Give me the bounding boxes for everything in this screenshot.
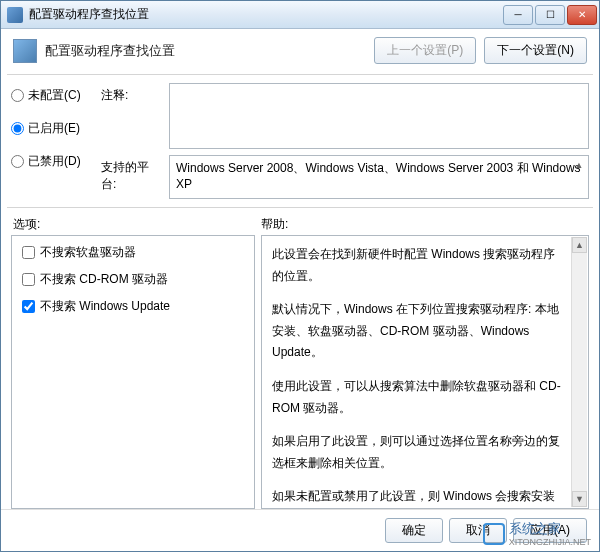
- ok-button[interactable]: 确定: [385, 518, 443, 543]
- radio-enabled-input[interactable]: [11, 122, 24, 135]
- close-button[interactable]: ✕: [567, 5, 597, 25]
- divider: [7, 207, 593, 208]
- help-scrollbar[interactable]: ▲ ▼: [571, 237, 587, 507]
- dialog-window: 配置驱动程序查找位置 ─ ☐ ✕ 配置驱动程序查找位置 上一个设置(P) 下一个…: [0, 0, 600, 552]
- scroll-up-icon[interactable]: ▲: [572, 237, 587, 253]
- help-p3: 使用此设置，可以从搜索算法中删除软盘驱动器和 CD-ROM 驱动器。: [272, 376, 564, 419]
- options-label: 选项:: [13, 216, 261, 233]
- radio-not-configured[interactable]: 未配置(C): [11, 87, 93, 104]
- divider: [7, 74, 593, 75]
- option-floppy[interactable]: 不搜索软盘驱动器: [22, 244, 244, 261]
- cancel-button[interactable]: 取消: [449, 518, 507, 543]
- app-icon: [7, 7, 23, 23]
- radio-enabled-label: 已启用(E): [28, 120, 80, 137]
- option-floppy-label: 不搜索软盘驱动器: [40, 244, 136, 261]
- platform-box: Windows Server 2008、Windows Vista、Window…: [169, 155, 589, 199]
- radio-not-configured-input[interactable]: [11, 89, 24, 102]
- option-cdrom-checkbox[interactable]: [22, 273, 35, 286]
- radio-disabled[interactable]: 已禁用(D): [11, 153, 93, 170]
- comment-row: 注释:: [101, 83, 589, 149]
- prev-setting-button[interactable]: 上一个设置(P): [374, 37, 476, 64]
- option-floppy-checkbox[interactable]: [22, 246, 35, 259]
- comment-label: 注释:: [101, 83, 163, 104]
- help-p4: 如果启用了此设置，则可以通过选择位置名称旁边的复选框来删除相关位置。: [272, 431, 564, 474]
- state-radio-group: 未配置(C) 已启用(E) 已禁用(D): [11, 83, 93, 199]
- window-title: 配置驱动程序查找位置: [29, 6, 501, 23]
- scrollbar-track[interactable]: [572, 253, 587, 491]
- help-p1: 此设置会在找到新硬件时配置 Windows 搜索驱动程序的位置。: [272, 244, 564, 287]
- minimize-button[interactable]: ─: [503, 5, 533, 25]
- help-p5: 如果未配置或禁用了此设置，则 Windows 会搜索安装位置、软盘驱动器和 CD…: [272, 486, 564, 509]
- radio-enabled[interactable]: 已启用(E): [11, 120, 93, 137]
- option-windows-update[interactable]: 不搜索 Windows Update: [22, 298, 244, 315]
- help-text: 此设置会在找到新硬件时配置 Windows 搜索驱动程序的位置。 默认情况下，W…: [272, 244, 578, 509]
- help-panel: 此设置会在找到新硬件时配置 Windows 搜索驱动程序的位置。 默认情况下，W…: [261, 235, 589, 509]
- policy-title: 配置驱动程序查找位置: [45, 42, 366, 60]
- comment-input[interactable]: [169, 83, 589, 149]
- platform-row: 支持的平台: Windows Server 2008、Windows Vista…: [101, 155, 589, 199]
- options-panel: 不搜索软盘驱动器 不搜索 CD-ROM 驱动器 不搜索 Windows Upda…: [11, 235, 255, 509]
- scroll-up-icon[interactable]: ▲: [572, 158, 586, 172]
- option-windows-update-label: 不搜索 Windows Update: [40, 298, 170, 315]
- platform-label: 支持的平台:: [101, 155, 163, 193]
- header-row: 配置驱动程序查找位置 上一个设置(P) 下一个设置(N): [1, 29, 599, 72]
- apply-button[interactable]: 应用(A): [513, 518, 587, 543]
- window-controls: ─ ☐ ✕: [501, 5, 597, 25]
- option-cdrom[interactable]: 不搜索 CD-ROM 驱动器: [22, 271, 244, 288]
- option-windows-update-checkbox[interactable]: [22, 300, 35, 313]
- maximize-button[interactable]: ☐: [535, 5, 565, 25]
- footer: 确定 取消 应用(A) 系统之家 XITONGZHIJIA.NET: [1, 509, 599, 551]
- radio-not-configured-label: 未配置(C): [28, 87, 81, 104]
- config-area: 未配置(C) 已启用(E) 已禁用(D) 注释: 支持的平台: Windows …: [1, 77, 599, 205]
- radio-disabled-label: 已禁用(D): [28, 153, 81, 170]
- scroll-down-icon[interactable]: ▼: [572, 491, 587, 507]
- titlebar[interactable]: 配置驱动程序查找位置 ─ ☐ ✕: [1, 1, 599, 29]
- section-labels: 选项: 帮助:: [1, 210, 599, 235]
- radio-disabled-input[interactable]: [11, 155, 24, 168]
- next-setting-button[interactable]: 下一个设置(N): [484, 37, 587, 64]
- panels: 不搜索软盘驱动器 不搜索 CD-ROM 驱动器 不搜索 Windows Upda…: [1, 235, 599, 509]
- platform-value: Windows Server 2008、Windows Vista、Window…: [176, 161, 581, 191]
- fields-column: 注释: 支持的平台: Windows Server 2008、Windows V…: [101, 83, 589, 199]
- policy-icon: [13, 39, 37, 63]
- option-cdrom-label: 不搜索 CD-ROM 驱动器: [40, 271, 168, 288]
- help-label: 帮助:: [261, 216, 288, 233]
- help-p2: 默认情况下，Windows 在下列位置搜索驱动程序: 本地安装、软盘驱动器、CD…: [272, 299, 564, 364]
